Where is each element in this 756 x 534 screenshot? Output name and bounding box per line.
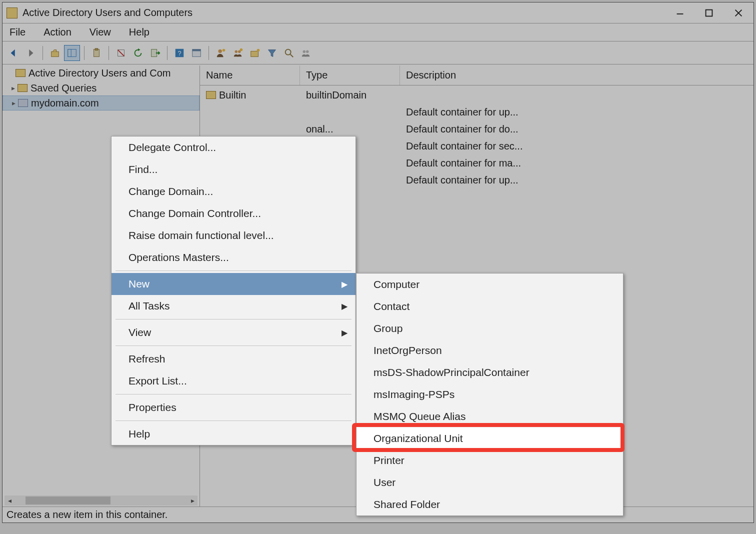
svg-rect-8 bbox=[95, 48, 98, 50]
tree-h-scrollbar[interactable]: ◂ ▸ bbox=[4, 496, 198, 506]
svg-point-23 bbox=[286, 49, 291, 54]
context-item-help[interactable]: Help bbox=[112, 423, 356, 445]
toolbar-add-to-group-button[interactable] bbox=[298, 45, 314, 61]
folder-icon bbox=[206, 91, 216, 99]
context-item-properties[interactable]: Properties bbox=[112, 396, 356, 418]
menu-help[interactable]: Help bbox=[126, 26, 152, 39]
svg-point-26 bbox=[306, 50, 309, 53]
toolbar-refresh-button[interactable] bbox=[130, 45, 146, 61]
context-item-msds-shadowprincipalcontainer[interactable]: msDS-ShadowPrincipalContainer bbox=[356, 362, 623, 384]
svg-point-18 bbox=[235, 50, 238, 53]
context-item-delegate-control[interactable]: Delegate Control... bbox=[112, 136, 356, 158]
context-item-find[interactable]: Find... bbox=[112, 158, 356, 180]
tree-root-label: Active Directory Users and Com bbox=[28, 68, 171, 79]
svg-point-25 bbox=[303, 50, 306, 53]
close-button[interactable] bbox=[724, 3, 754, 23]
expand-icon[interactable]: ▸ bbox=[9, 99, 18, 107]
context-item-label: InetOrgPerson bbox=[374, 344, 442, 356]
toolbar-new-user-button[interactable] bbox=[213, 45, 229, 61]
context-item-label: Refresh bbox=[128, 353, 166, 365]
toolbar-new-group-button[interactable] bbox=[230, 45, 246, 61]
context-item-group[interactable]: Group bbox=[356, 318, 623, 340]
column-header-name[interactable]: Name bbox=[200, 66, 300, 85]
context-item-export-list[interactable]: Export List... bbox=[112, 370, 356, 392]
context-item-contact[interactable]: Contact bbox=[356, 296, 623, 318]
column-header-type[interactable]: Type bbox=[300, 66, 400, 85]
context-item-new[interactable]: New▶ bbox=[112, 273, 356, 295]
list-item[interactable]: Default container for up... bbox=[200, 104, 754, 120]
menu-bar: File Action View Help bbox=[2, 24, 754, 42]
toolbar-properties-button[interactable] bbox=[188, 45, 204, 61]
toolbar-showhide-tree-button[interactable] bbox=[64, 45, 80, 61]
context-item-label: View bbox=[128, 326, 151, 338]
toolbar-new-ou-button[interactable] bbox=[247, 45, 263, 61]
tree-saved-queries-label: Saved Queries bbox=[30, 82, 96, 94]
menu-file[interactable]: File bbox=[6, 26, 28, 39]
svg-point-20 bbox=[240, 48, 243, 51]
context-item-label: Help bbox=[128, 428, 150, 440]
list-item-description: Default container for up... bbox=[400, 174, 555, 186]
context-menu-new[interactable]: ComputerContactGroupInetOrgPersonmsDS-Sh… bbox=[356, 273, 624, 516]
context-item-operations-masters[interactable]: Operations Masters... bbox=[112, 246, 356, 268]
context-item-all-tasks[interactable]: All Tasks▶ bbox=[112, 295, 356, 317]
context-menu-domain[interactable]: Delegate Control...Find...Change Domain.… bbox=[111, 136, 356, 446]
tree-domain[interactable]: ▸ mydomain.com bbox=[2, 96, 200, 110]
context-item-msmq-queue-alias[interactable]: MSMQ Queue Alias bbox=[356, 406, 623, 428]
context-item-inetorgperson[interactable]: InetOrgPerson bbox=[356, 340, 623, 362]
toolbar-find-button[interactable] bbox=[281, 45, 297, 61]
scroll-right-icon[interactable]: ▸ bbox=[188, 496, 198, 506]
folder-icon bbox=[18, 84, 28, 92]
context-item-printer[interactable]: Printer bbox=[356, 450, 623, 472]
context-item-shared-folder[interactable]: Shared Folder bbox=[356, 494, 623, 516]
context-item-raise-domain-functional-level[interactable]: Raise domain functional level... bbox=[112, 224, 356, 246]
context-item-label: Operations Masters... bbox=[128, 252, 229, 264]
context-item-msimaging-psps[interactable]: msImaging-PSPs bbox=[356, 384, 623, 406]
toolbar-delete-button[interactable] bbox=[113, 45, 129, 61]
list-item[interactable]: onal...Default container for do... bbox=[200, 120, 754, 138]
context-item-label: New bbox=[128, 278, 150, 290]
domain-icon bbox=[18, 99, 28, 107]
window-title: Active Directory Users and Computers bbox=[22, 7, 666, 18]
context-item-label: Change Domain... bbox=[128, 186, 213, 198]
scroll-thumb[interactable] bbox=[26, 496, 110, 504]
context-item-label: Organizational Unit bbox=[374, 432, 463, 444]
column-header-description[interactable]: Description bbox=[400, 66, 555, 85]
context-item-organizational-unit[interactable]: Organizational Unit bbox=[356, 428, 623, 450]
toolbar-export-button[interactable] bbox=[147, 45, 163, 61]
context-item-change-domain[interactable]: Change Domain... bbox=[112, 180, 356, 202]
toolbar-forward-button[interactable] bbox=[22, 45, 38, 61]
scroll-left-icon[interactable]: ◂ bbox=[4, 496, 14, 506]
menu-separator bbox=[116, 420, 352, 421]
svg-rect-21 bbox=[251, 51, 258, 56]
context-item-user[interactable]: User bbox=[356, 472, 623, 494]
maximize-button[interactable] bbox=[694, 3, 724, 23]
list-item-description: Default container for sec... bbox=[400, 140, 555, 152]
context-item-refresh[interactable]: Refresh bbox=[112, 348, 356, 370]
context-item-label: Properties bbox=[128, 402, 176, 414]
app-icon bbox=[6, 8, 18, 18]
tree-root[interactable]: Active Directory Users and Com bbox=[2, 66, 200, 80]
context-item-label: All Tasks bbox=[128, 300, 170, 312]
toolbar-back-button[interactable] bbox=[6, 45, 22, 61]
context-item-label: Raise domain functional level... bbox=[128, 230, 274, 242]
list-item-description: Default container for up... bbox=[400, 106, 555, 118]
chevron-right-icon: ▶ bbox=[342, 280, 348, 289]
context-item-view[interactable]: View▶ bbox=[112, 322, 356, 344]
list-item-type: builtinDomain bbox=[300, 90, 400, 101]
menu-action[interactable]: Action bbox=[40, 26, 74, 39]
menu-view[interactable]: View bbox=[86, 26, 114, 39]
context-item-label: Find... bbox=[128, 164, 158, 176]
toolbar-up-button[interactable] bbox=[47, 45, 63, 61]
context-item-computer[interactable]: Computer bbox=[356, 274, 623, 296]
toolbar-filter-button[interactable] bbox=[264, 45, 280, 61]
context-item-label: Printer bbox=[374, 454, 404, 466]
menu-separator bbox=[116, 270, 352, 271]
toolbar-clipboard-button[interactable] bbox=[88, 45, 104, 61]
toolbar-help-button[interactable]: ? bbox=[172, 45, 188, 61]
context-item-change-domain-controller[interactable]: Change Domain Controller... bbox=[112, 202, 356, 224]
menu-separator bbox=[116, 319, 352, 320]
tree-saved-queries[interactable]: ▸ Saved Queries bbox=[2, 80, 200, 96]
expand-icon[interactable]: ▸ bbox=[8, 84, 18, 92]
list-item[interactable]: BuiltinbuiltinDomain bbox=[200, 86, 754, 104]
minimize-button[interactable] bbox=[666, 3, 694, 23]
